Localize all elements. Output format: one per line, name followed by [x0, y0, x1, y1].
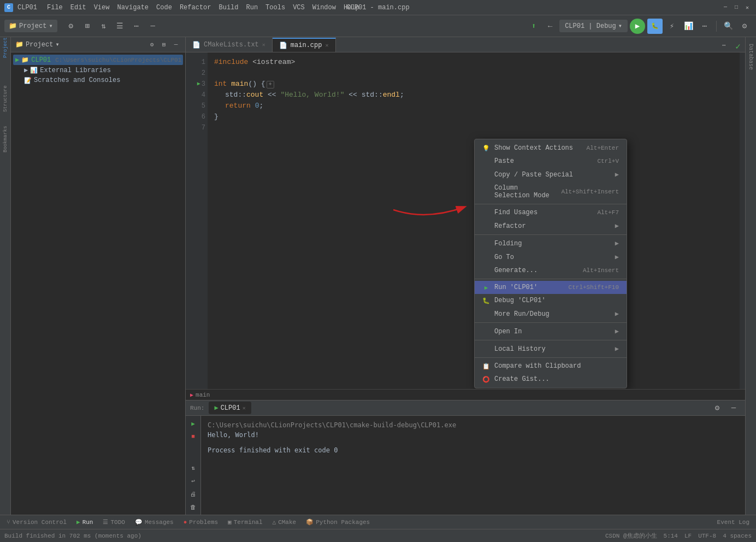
- menu-window[interactable]: Window: [309, 2, 339, 13]
- tab-maincpp[interactable]: 📄 main.cpp ✕: [273, 38, 336, 52]
- fold-indicator[interactable]: ▶: [197, 79, 200, 90]
- shortcut-generate: Alt+Insert: [583, 267, 619, 274]
- bottom-toolbar: ⑂ Version Control ▶ Run ☰ TODO 💬 Message…: [0, 515, 756, 529]
- close-button[interactable]: ✕: [743, 3, 752, 12]
- menu-item-run-clp01[interactable]: ▶ Run 'CLP01' Ctrl+Shift+F10: [475, 281, 627, 294]
- run-print-btn[interactable]: 🖨: [188, 488, 199, 499]
- tab-close-main[interactable]: ✕: [325, 42, 328, 49]
- menu-item-refactor[interactable]: Refactor ▶: [475, 219, 627, 233]
- menu-edit[interactable]: Edit: [67, 2, 90, 13]
- tree-item-scratches[interactable]: 📝 Scratches and Consoles: [13, 75, 183, 85]
- search-everywhere-btn[interactable]: 🔍: [721, 19, 735, 33]
- menu-tools[interactable]: Tools: [262, 2, 288, 13]
- bt-tab-version-control[interactable]: ⑂ Version Control: [2, 517, 71, 527]
- separator-5: [475, 340, 627, 340]
- run-button[interactable]: ▶ ↑: [630, 19, 645, 34]
- toolbar-more-btn[interactable]: ⋯: [129, 19, 144, 33]
- code-content[interactable]: #include <iostream> int main() {+ std::c…: [208, 52, 740, 389]
- menu-navigate[interactable]: Navigate: [114, 2, 152, 13]
- app-name: CLP01: [17, 4, 37, 11]
- run-tab-close[interactable]: ✕: [243, 405, 246, 411]
- line-num-4: 4: [188, 90, 205, 101]
- menu-item-more-run-debug[interactable]: More Run/Debug ▶: [475, 307, 627, 321]
- menu-item-folding[interactable]: Folding ▶: [475, 237, 627, 250]
- menu-item-show-context-actions[interactable]: 💡 Show Context Actions Alt+Enter: [475, 142, 627, 155]
- settings-main-btn[interactable]: ⚙: [737, 19, 752, 33]
- menu-label-run-clp01: Run 'CLP01': [494, 284, 564, 291]
- bt-tab-cmake[interactable]: △ CMake: [268, 517, 301, 527]
- bottom-tab-clp01[interactable]: ▶ CLP01 ✕: [209, 402, 251, 414]
- maximize-button[interactable]: □: [732, 3, 741, 12]
- menu-item-create-gist[interactable]: ⭕ Create Gist...: [475, 373, 627, 386]
- bottom-close-btn[interactable]: ─: [727, 401, 741, 415]
- toolbar-sort-btn[interactable]: ⇅: [97, 19, 111, 33]
- back-btn[interactable]: ←: [543, 19, 557, 33]
- menu-item-copy-paste-special[interactable]: Copy / Paste Special ▶: [475, 168, 627, 181]
- run-with-coverage-btn[interactable]: ⚡: [665, 19, 679, 33]
- menu-code[interactable]: Code: [153, 2, 175, 13]
- menu-file[interactable]: File: [44, 2, 66, 13]
- menu-item-go-to[interactable]: Go To ▶: [475, 250, 627, 264]
- project-selector[interactable]: 📁 Project ▾: [4, 20, 57, 32]
- menu-view[interactable]: View: [91, 2, 113, 13]
- run-stop-btn[interactable]: ■: [188, 431, 199, 442]
- profiler-btn[interactable]: 📊: [681, 19, 695, 33]
- menu-build[interactable]: Build: [215, 2, 241, 13]
- right-sidebar: Database: [745, 37, 756, 515]
- tree-item-ext-libs[interactable]: ▶ 📊 External Libraries: [13, 65, 183, 75]
- debug-button[interactable]: 🐛: [647, 19, 663, 34]
- bt-tab-messages[interactable]: 💬 Messages: [131, 517, 178, 527]
- menu-run[interactable]: Run: [243, 2, 262, 13]
- terminal-output[interactable]: C:\Users\suichu\CLionProjects\CLP01\cmak…: [201, 416, 745, 515]
- bt-tab-event-log[interactable]: Event Log: [713, 517, 754, 527]
- menu-refactor[interactable]: Refactor: [176, 2, 215, 13]
- menu-item-find-usages[interactable]: Find Usages Alt+F7: [475, 206, 627, 219]
- run-clear-btn[interactable]: 🗑: [188, 502, 199, 512]
- run-label: Run:: [190, 405, 204, 411]
- shortcut-run-clp01: Ctrl+Shift+F10: [569, 284, 619, 291]
- menu-item-compare-clipboard[interactable]: 📋 Compare with Clipboard: [475, 360, 627, 373]
- watermark-text: CSDN @焦虑的小生: [605, 532, 657, 540]
- run-wrap-btn[interactable]: ↩: [188, 475, 199, 486]
- editor-scrollbar[interactable]: [740, 52, 745, 389]
- run-config-selector[interactable]: CLP01 | Debug ▾: [559, 20, 628, 32]
- status-encoding[interactable]: UTF-8: [698, 533, 716, 539]
- run-play-btn[interactable]: ▶: [188, 418, 199, 429]
- menu-item-open-in[interactable]: Open In ▶: [475, 325, 627, 338]
- project-settings-btn[interactable]: ⚙: [147, 40, 157, 50]
- vcs-icon[interactable]: ⬆: [527, 19, 541, 33]
- status-lf[interactable]: LF: [684, 533, 692, 539]
- menu-item-local-history[interactable]: Local History ▶: [475, 342, 627, 356]
- bt-tab-todo[interactable]: ☰ TODO: [98, 517, 129, 527]
- project-close-btn[interactable]: ─: [171, 40, 181, 50]
- project-layout-btn[interactable]: ⊞: [159, 40, 169, 50]
- right-sidebar-database[interactable]: Database: [748, 39, 754, 74]
- bottom-settings-btn[interactable]: ⚙: [710, 401, 724, 415]
- minimize-button[interactable]: ─: [721, 3, 730, 12]
- tab-cmakelists[interactable]: 📄 CMakeLists.txt ✕: [186, 38, 273, 52]
- status-position[interactable]: 5:14: [664, 533, 678, 539]
- bt-tab-terminal[interactable]: ▣ Terminal: [223, 517, 267, 527]
- more-run-btn[interactable]: ⋯: [698, 19, 712, 33]
- menu-item-column-selection[interactable]: Column Selection Mode Alt+Shift+Insert: [475, 181, 627, 202]
- bt-tab-python-packages[interactable]: 📦 Python Packages: [302, 517, 374, 527]
- bt-tab-problems[interactable]: ● Problems: [179, 517, 222, 527]
- tabs-more-btn[interactable]: ⋯: [717, 38, 731, 52]
- menu-item-debug-clp01[interactable]: 🐛 Debug 'CLP01': [475, 294, 627, 307]
- toolbar-settings-btn[interactable]: ⚙: [64, 19, 78, 33]
- tree-item-root[interactable]: ▶ 📁 CLP01 C:\Users\suichu\CLionProjects\…: [13, 55, 183, 65]
- tab-close-cmake[interactable]: ✕: [262, 42, 265, 48]
- menu-item-paste[interactable]: Paste Ctrl+V: [475, 155, 627, 168]
- run-scroll-btn[interactable]: ⇅: [188, 462, 199, 473]
- toolbar-layout-btn[interactable]: ⊞: [80, 19, 94, 33]
- sidebar-icon-structure[interactable]: Structure: [1, 91, 10, 107]
- toolbar-minimize-btn[interactable]: ─: [146, 19, 160, 33]
- menu-item-generate[interactable]: Generate... Alt+Insert: [475, 264, 627, 277]
- sidebar-icon-project[interactable]: Project: [1, 39, 10, 56]
- sidebar-icon-bookmarks[interactable]: Bookmarks: [1, 131, 10, 148]
- fold-arrow[interactable]: +: [267, 81, 274, 89]
- toolbar-filter-btn[interactable]: ☰: [113, 19, 127, 33]
- menu-vcs[interactable]: VCS: [290, 2, 308, 13]
- bt-tab-run[interactable]: ▶ Run: [72, 517, 97, 527]
- status-indent[interactable]: 4 spaces: [723, 533, 752, 539]
